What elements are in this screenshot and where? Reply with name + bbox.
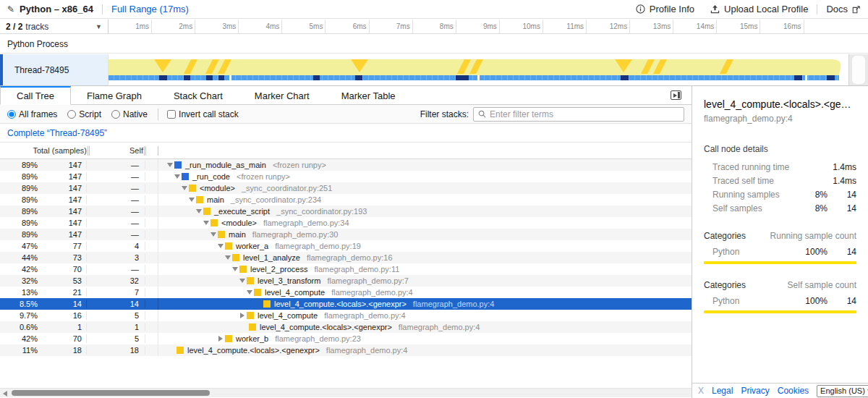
call-tree-row[interactable]: 89%147—<module>flamegraph_demo.py:34	[0, 217, 692, 229]
horizontal-scrollbar-thumb[interactable]	[12, 390, 210, 396]
expand-arrow-icon[interactable]	[231, 267, 239, 271]
call-tree-row[interactable]: 0.6%11level_4_compute.<locals>.<genexpr>…	[0, 321, 692, 333]
total-samples-cell: 21	[38, 288, 87, 297]
horizontal-scrollbar[interactable]	[0, 388, 692, 397]
call-tree-row[interactable]: 8.5%1414level_4_compute.<locals>.<genexp…	[0, 298, 692, 310]
filter-search-input[interactable]	[490, 109, 679, 119]
edit-profile-name-icon[interactable]: ✎	[7, 4, 14, 14]
total-percent-cell: 89%	[0, 207, 38, 216]
total-percent-cell: 44%	[0, 253, 38, 262]
collapse-arrow-icon[interactable]	[238, 313, 247, 318]
profile-title: Python – x86_64	[20, 4, 93, 14]
expand-arrow-icon[interactable]	[245, 290, 254, 295]
timeline-vertical-scrollbar-thumb[interactable]	[852, 56, 865, 84]
expand-arrow-icon[interactable]	[202, 221, 210, 225]
tree-cell: level_1_analyzeflamegraph_demo.py:16	[158, 252, 692, 263]
process-track-header[interactable]: Python Process	[0, 35, 868, 54]
collapse-arrow-icon[interactable]	[216, 336, 225, 342]
category-color-icon	[218, 231, 225, 238]
tab-call-tree[interactable]: Call Tree	[0, 86, 71, 105]
full-range-link[interactable]: Full Range (17ms)	[111, 4, 189, 14]
expand-arrow-icon[interactable]	[166, 163, 174, 167]
tab-flame-graph[interactable]: Flame Graph	[71, 86, 158, 104]
call-tree-row[interactable]: 89%147—mainflamegraph_demo.py:30	[0, 229, 692, 240]
filter-search-box[interactable]	[473, 107, 684, 122]
tab-marker-chart[interactable]: Marker Chart	[239, 86, 326, 104]
call-tree-row[interactable]: 89%147—_run_module_as_main<frozen runpy>	[0, 159, 692, 171]
radio-all-frames[interactable]: All frames	[7, 109, 57, 119]
ruler-tick: 1ms	[109, 20, 152, 33]
scroll-left-arrow-icon[interactable]	[3, 391, 7, 397]
ruler-tick: 10ms	[500, 20, 543, 33]
tracks-dropdown[interactable]: 2 / 2 tracks ▼	[0, 20, 109, 33]
expand-arrow-icon[interactable]	[180, 186, 189, 190]
call-tree-row[interactable]: 32%5332level_3_transformflamegraph_demo.…	[0, 275, 692, 287]
category-row: Python100%14	[704, 245, 856, 258]
radio-script[interactable]: Script	[67, 109, 101, 119]
function-file: flamegraph_demo.py:4	[413, 300, 495, 308]
filter-stacks-label: Filter stacks:	[420, 109, 469, 119]
total-percent-cell: 11%	[0, 346, 38, 355]
profile-info-button[interactable]: Profile Info	[636, 4, 694, 14]
self-samples-cell: —	[87, 219, 145, 227]
timeline-vertical-scrollbar[interactable]	[848, 54, 868, 85]
all-frames-radio[interactable]	[7, 110, 16, 119]
call-tree-row[interactable]: 89%147—_run_code<frozen runpy>	[0, 171, 692, 182]
footer-link-cookies[interactable]: Cookies	[778, 386, 809, 396]
footer-link-x[interactable]: X	[698, 386, 704, 396]
call-tree-row[interactable]: 44%733level_1_analyzeflamegraph_demo.py:…	[0, 252, 692, 263]
call-tree-row[interactable]: 42%705worker_bflamegraph_demo.py:23	[0, 333, 692, 344]
total-percent-cell: 13%	[0, 288, 38, 297]
column-resize-handle[interactable]	[88, 146, 90, 156]
category-color-icon	[225, 335, 232, 342]
total-samples-cell: 16	[38, 311, 87, 320]
column-resize-handle[interactable]	[144, 146, 146, 156]
expand-arrow-icon[interactable]	[187, 198, 196, 202]
footer-link-legal[interactable]: Legal	[712, 386, 733, 396]
ruler-tick: 3ms	[195, 20, 239, 33]
call-tree-row[interactable]: 47%774worker_aflamegraph_demo.py:19	[0, 240, 692, 252]
gap-cell	[145, 263, 158, 275]
thread-track-label[interactable]: Thread-78495	[0, 54, 109, 85]
call-tree-row[interactable]: 89%147—main_sync_coordinator.py:234	[0, 194, 692, 206]
function-name: level_4_compute	[258, 311, 318, 320]
tab-stack-chart[interactable]: Stack Chart	[158, 86, 239, 104]
upload-profile-button[interactable]: Upload Local Profile	[710, 4, 808, 14]
script-radio[interactable]	[67, 110, 76, 119]
sidebar-toggle-icon[interactable]	[671, 90, 681, 100]
timeline-ruler-row: 2 / 2 tracks ▼ 1ms2ms3ms4ms5ms6ms7ms8ms9…	[0, 20, 868, 34]
expand-arrow-icon[interactable]	[209, 232, 218, 237]
category-section-header: CategoriesSelf sample count	[704, 280, 856, 290]
expand-arrow-icon[interactable]	[224, 255, 232, 260]
call-tree-row[interactable]: 11%1818level_4_compute.<locals>.<genexpr…	[0, 344, 692, 356]
tab-marker-table[interactable]: Marker Table	[326, 86, 412, 104]
native-radio[interactable]	[111, 110, 120, 119]
footer-link-privacy[interactable]: Privacy	[741, 386, 769, 396]
breadcrumb[interactable]: Complete “Thread-78495”	[7, 128, 107, 138]
category-row: Python100%14	[704, 294, 856, 308]
expand-arrow-icon[interactable]	[216, 244, 225, 248]
language-select[interactable]: English (US)	[817, 385, 868, 397]
radio-native[interactable]: Native	[111, 109, 148, 119]
call-tree-row[interactable]: 89%147—_execute_script_sync_coordinator.…	[0, 206, 692, 217]
thread-activity-graph[interactable]	[109, 59, 848, 82]
total-samples-cell: 147	[38, 207, 87, 216]
docs-link[interactable]: Docs	[826, 4, 861, 14]
call-tree-row[interactable]: 9.7%165level_4_computeflamegraph_demo.py…	[0, 310, 692, 321]
total-percent-cell: 89%	[0, 219, 38, 227]
column-self[interactable]: Self	[90, 146, 143, 155]
call-tree-row[interactable]: 13%217level_4_computeflamegraph_demo.py:…	[0, 287, 692, 298]
call-tree-row[interactable]: 89%147—<module>_sync_coordinator.py:251	[0, 182, 692, 194]
self-samples-cell: 7	[87, 288, 145, 297]
invert-call-stack-checkbox[interactable]: Invert call stack	[167, 109, 239, 119]
tree-cell: level_2_processflamegraph_demo.py:11	[158, 263, 692, 275]
invert-checkbox[interactable]	[167, 110, 176, 119]
expand-arrow-icon[interactable]	[173, 174, 182, 179]
expand-arrow-icon[interactable]	[195, 209, 203, 213]
detail-percent: 8%	[796, 190, 827, 200]
function-name: <module>	[200, 184, 235, 192]
column-total-samples[interactable]: Total (samples)	[0, 146, 87, 155]
call-tree-row[interactable]: 42%70—level_2_processflamegraph_demo.py:…	[0, 263, 692, 275]
expand-arrow-icon[interactable]	[238, 279, 247, 283]
tree-cell: <module>_sync_coordinator.py:251	[158, 182, 692, 194]
